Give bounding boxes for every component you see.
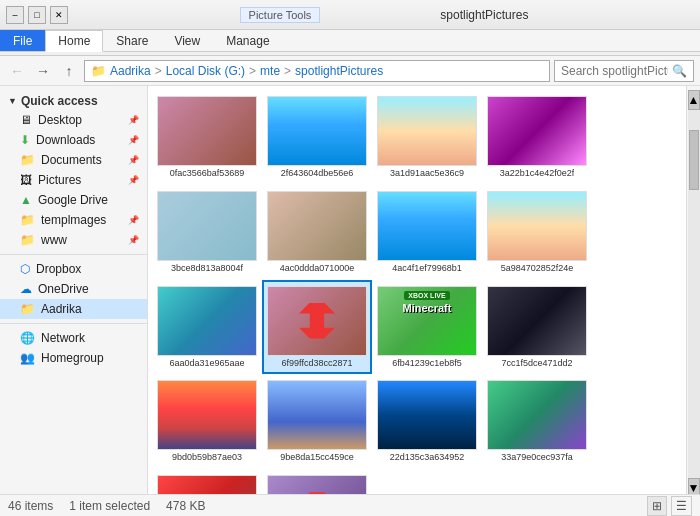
breadcrumb-pictures[interactable]: spotlightPictures <box>295 64 383 78</box>
pin-icon-www: 📌 <box>128 235 139 245</box>
breadcrumb-mte[interactable]: mte <box>260 64 280 78</box>
thumbnail-item[interactable]: 6aa0da31e965aae <box>152 280 262 375</box>
sidebar-item-onedrive[interactable]: ☁ OneDrive <box>0 279 147 299</box>
breadcrumb-sep-3: > <box>284 64 291 78</box>
breadcrumb-aadrika[interactable]: Aadrika <box>110 64 151 78</box>
tab-view[interactable]: View <box>161 30 213 51</box>
download-icon: ⬇ <box>20 133 30 147</box>
view-details-button[interactable]: ☰ <box>671 496 692 516</box>
thumbnail-item[interactable]: XBOX LIVE Minecraft 6fb41239c1eb8f5 <box>372 280 482 375</box>
scroll-thumb[interactable] <box>689 130 699 190</box>
folder-icon-www: 📁 <box>20 233 35 247</box>
sidebar-item-www[interactable]: 📁 www 📌 <box>0 230 147 250</box>
pin-icon-templ: 📌 <box>128 215 139 225</box>
sidebar-item-pictures[interactable]: 🖼 Pictures 📌 <box>0 170 147 190</box>
thumbnail-image <box>377 191 477 261</box>
thumbnail-label: 6f99ffcd38cc2871 <box>282 358 353 369</box>
thumbnail-image <box>487 191 587 261</box>
thumbnail-image <box>487 380 587 450</box>
thumbnail-label: 5a984702852f24e <box>501 263 574 274</box>
thumbnail-item[interactable]: 9bd0b59b87ae03 <box>152 374 262 469</box>
thumbnail-item[interactable]: 4ac4f1ef79968b1 <box>372 185 482 280</box>
sidebar-item-downloads[interactable]: ⬇ Downloads 📌 <box>0 130 147 150</box>
thumbnail-image <box>157 286 257 356</box>
thumbnail-image <box>157 191 257 261</box>
homegroup-icon: 👥 <box>20 351 35 365</box>
sidebar-item-documents[interactable]: 📁 Documents 📌 <box>0 150 147 170</box>
window-controls[interactable]: – □ ✕ <box>6 6 68 24</box>
thumbnail-image <box>157 96 257 166</box>
tab-share[interactable]: Share <box>103 30 161 51</box>
thumbnail-label: 3a1d91aac5e36c9 <box>390 168 464 179</box>
pin-icon: 📌 <box>128 115 139 125</box>
title-bar: – □ ✕ Picture Tools spotlightPictures <box>0 0 700 30</box>
close-button[interactable]: ✕ <box>50 6 68 24</box>
thumbnail-item[interactable]: 3bce8d813a8004f <box>152 185 262 280</box>
window-title: spotlightPictures <box>440 8 528 22</box>
thumbnail-item[interactable]: 9be8da15cc459ce <box>262 374 372 469</box>
search-input[interactable] <box>561 64 668 78</box>
sidebar-item-aadrika[interactable]: 📁 Aadrika <box>0 299 147 319</box>
sidebar-item-dropbox[interactable]: ⬡ Dropbox <box>0 259 147 279</box>
tab-file[interactable]: File <box>0 30 45 51</box>
sidebar-divider-2 <box>0 323 147 324</box>
folder-icon-templ: 📁 <box>20 213 35 227</box>
thumbnail-item[interactable]: 7cc1f5dce471dd2 <box>482 280 592 375</box>
thumbnail-item[interactable]: 6f99ffcd38cc2871 <box>262 280 372 375</box>
sidebar: ▼ Quick access 🖥 Desktop 📌 ⬇ Downloads 📌… <box>0 86 148 498</box>
thumbnail-label: 22d135c3a634952 <box>390 452 465 463</box>
thumbnail-item[interactable]: 3a22b1c4e42f0e2f <box>482 90 592 185</box>
minimize-button[interactable]: – <box>6 6 24 24</box>
thumbnail-item[interactable]: 3a1d91aac5e36c9 <box>372 90 482 185</box>
thumbnail-label: 0fac3566baf53689 <box>170 168 245 179</box>
pictures-icon: 🖼 <box>20 173 32 187</box>
forward-button[interactable]: → <box>32 60 54 82</box>
tab-home[interactable]: Home <box>45 30 103 52</box>
thumbnail-image <box>267 286 367 356</box>
thumbnail-item[interactable]: 2f643604dbe56e6 <box>262 90 372 185</box>
thumbnail-label: 7cc1f5dce471dd2 <box>501 358 572 369</box>
thumbnail-item[interactable]: 5a984702852f24e <box>482 185 592 280</box>
thumbnail-image: XBOX LIVE Minecraft <box>377 286 477 356</box>
sidebar-item-templimages[interactable]: 📁 templmages 📌 <box>0 210 147 230</box>
breadcrumb-disk[interactable]: Local Disk (G:) <box>166 64 245 78</box>
view-icons-button[interactable]: ⊞ <box>647 496 667 516</box>
thumbnail-label: 9be8da15cc459ce <box>280 452 354 463</box>
search-bar[interactable]: 🔍 <box>554 60 694 82</box>
thumbnail-label: 3a22b1c4e42f0e2f <box>500 168 575 179</box>
thumbnail-image <box>157 380 257 450</box>
scrollbar[interactable]: ▲ ▼ <box>686 86 700 498</box>
thumbnail-label: 3bce8d813a8004f <box>171 263 243 274</box>
thumbnail-item[interactable]: 22d135c3a634952 <box>372 374 482 469</box>
scroll-up-button[interactable]: ▲ <box>688 90 700 110</box>
thumbnail-item[interactable]: 0fac3566baf53689 <box>152 90 262 185</box>
back-button[interactable]: ← <box>6 60 28 82</box>
thumbnail-label: 4ac4f1ef79968b1 <box>392 263 462 274</box>
ribbon-tab-bar: File Home Share View Manage <box>0 30 700 52</box>
scroll-track <box>688 110 700 478</box>
folder-icon-aadrika: 📁 <box>20 302 35 316</box>
status-bar: 46 items 1 item selected 478 KB ⊞ ☰ <box>0 494 700 516</box>
thumbnail-label: 9bd0b59b87ae03 <box>172 452 242 463</box>
thumbnail-label: 4ac0ddda071000e <box>280 263 355 274</box>
picture-tools-label: Picture Tools <box>240 7 321 23</box>
sidebar-item-googledrive[interactable]: ▲ Google Drive <box>0 190 147 210</box>
sidebar-item-network[interactable]: 🌐 Network <box>0 328 147 348</box>
pin-icon-dl: 📌 <box>128 135 139 145</box>
thumbnail-image <box>487 96 587 166</box>
pin-icon-pic: 📌 <box>128 175 139 185</box>
document-icon: 📁 <box>20 153 35 167</box>
up-button[interactable]: ↑ <box>58 60 80 82</box>
tab-manage[interactable]: Manage <box>213 30 282 51</box>
main-layout: ▼ Quick access 🖥 Desktop 📌 ⬇ Downloads 📌… <box>0 86 700 498</box>
desktop-icon: 🖥 <box>20 113 32 127</box>
address-bar[interactable]: 📁 Aadrika > Local Disk (G:) > mte > spot… <box>84 60 550 82</box>
sidebar-item-homegroup[interactable]: 👥 Homegroup <box>0 348 147 368</box>
thumbnail-item[interactable]: 4ac0ddda071000e <box>262 185 372 280</box>
thumbnail-image <box>377 96 477 166</box>
sidebar-item-desktop[interactable]: 🖥 Desktop 📌 <box>0 110 147 130</box>
googledrive-icon: ▲ <box>20 193 32 207</box>
maximize-button[interactable]: □ <box>28 6 46 24</box>
thumbnail-label: 6fb41239c1eb8f5 <box>392 358 462 369</box>
thumbnail-item[interactable]: 33a79e0cec937fa <box>482 374 592 469</box>
